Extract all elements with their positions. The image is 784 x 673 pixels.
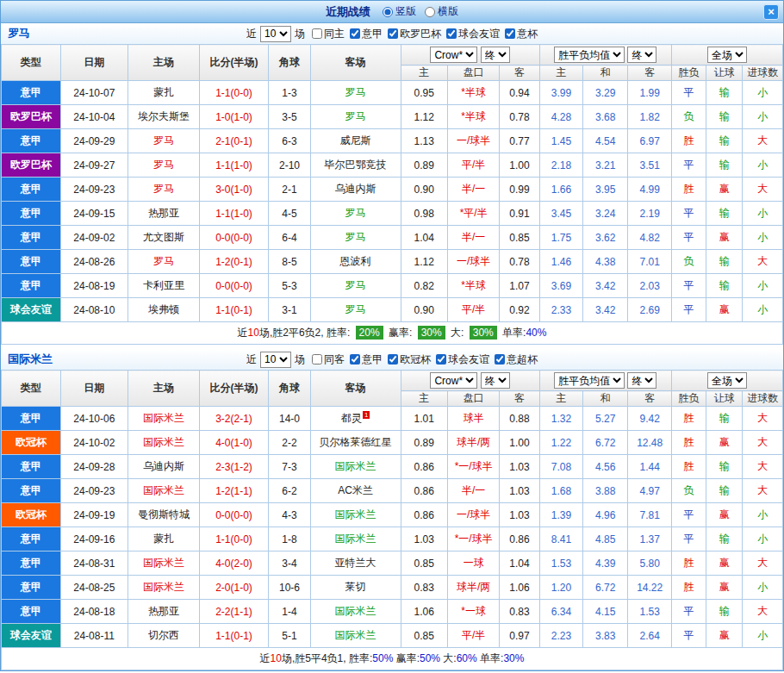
filter-option[interactable]: 意甲 <box>350 352 383 367</box>
avg-home-odds: 1.53 <box>539 551 582 576</box>
filter-option[interactable]: 同主 <box>312 27 345 41</box>
filter-checkbox[interactable] <box>350 28 360 39</box>
filter-option-label: 球会友谊 <box>448 352 489 367</box>
home-team: 国际米兰 <box>128 431 200 455</box>
bookmaker-select[interactable]: Crow* <box>430 372 477 389</box>
summary-segment: 10 <box>271 652 282 664</box>
home-team: 罗马 <box>128 129 200 153</box>
match-row: 意甲24-08-26罗马1-2(0-1)8-5恩波利1.12一/球半0.781.… <box>2 250 783 274</box>
final-toggle-select[interactable]: 终 <box>627 372 656 389</box>
filter-checkbox[interactable] <box>388 28 398 39</box>
filter-checkbox[interactable] <box>446 28 457 39</box>
avg-away-odds: 7.81 <box>628 503 671 527</box>
result: 胜 <box>671 576 706 600</box>
home-team: 罗马 <box>128 153 200 178</box>
filter-option[interactable]: 同客 <box>312 352 345 367</box>
handicap: 一/球半 <box>447 503 499 527</box>
avg-odds-select[interactable]: 胜平负均值 <box>554 47 625 63</box>
filter-checkbox[interactable] <box>436 354 446 365</box>
scope-select[interactable]: 全场 <box>707 47 747 63</box>
match-count-select[interactable]: 10 <box>260 26 291 42</box>
sub-header-home-odds: 主 <box>401 391 447 407</box>
match-date: 24-10-02 <box>60 431 128 455</box>
filter-option[interactable]: 欧冠杯 <box>388 352 431 367</box>
match-count-select[interactable]: 10 <box>260 352 291 368</box>
competition-badge: 欧罗巴杯 <box>2 153 61 178</box>
final-toggle-select[interactable]: 终 <box>481 47 510 63</box>
sub-header-goals: 进球数 <box>743 65 783 81</box>
avg-draw-odds: 4.39 <box>583 551 628 576</box>
away-team: AC米兰 <box>310 479 401 503</box>
layout-radio-horizontal[interactable] <box>425 7 435 17</box>
layout-radio-vertical[interactable] <box>383 7 393 17</box>
sub-header-handicap: 盘口 <box>447 65 499 81</box>
avg-draw-odds: 4.15 <box>583 600 628 624</box>
filter-options: 同主意甲欧罗巴杯球会友谊意杯 <box>312 27 538 41</box>
filter-option[interactable]: 意杯 <box>505 27 538 41</box>
avg-odds-group-header: 胜平负均值 终 <box>539 371 671 391</box>
filter-option-label: 意甲 <box>362 352 383 367</box>
match-date: 24-08-11 <box>60 624 128 648</box>
filter-checkbox[interactable] <box>388 354 398 365</box>
corners: 4-3 <box>269 503 310 527</box>
filter-checkbox[interactable] <box>312 28 322 39</box>
away-team: 亚特兰大 <box>310 551 401 576</box>
away-team: 国际米兰 <box>310 624 401 648</box>
window-title: 近期战绩 <box>326 4 370 20</box>
close-button[interactable]: × <box>763 4 779 20</box>
handicap-result: 输 <box>706 202 743 226</box>
away-team: 都灵1 <box>310 407 401 431</box>
home-team: 蒙扎 <box>128 527 200 551</box>
handicap-result: 输 <box>706 600 743 624</box>
match-row: 欧冠杯24-10-02国际米兰4-0(1-0)2-2贝尔格莱德红星0.89球半/… <box>2 431 783 455</box>
summary-segment: 场,胜2平6负2, 胜率: <box>259 327 353 339</box>
home-odds: 1.12 <box>401 105 447 129</box>
filter-option[interactable]: 意甲 <box>350 27 383 41</box>
avg-home-odds: 4.28 <box>539 105 582 129</box>
layout-option-horizontal[interactable]: 横版 <box>425 4 458 19</box>
filter-option[interactable]: 球会友谊 <box>446 27 500 41</box>
home-odds: 0.89 <box>401 431 447 455</box>
filter-checkbox[interactable] <box>312 354 322 365</box>
results-table: 类型 日期 主场 比分(半场) 角球 客场 Crow* 终 胜平负均值 终 <box>1 370 783 670</box>
avg-odds-select[interactable]: 胜平负均值 <box>554 372 625 389</box>
handicap-result: 输 <box>706 81 743 105</box>
avg-odds-group-header: 胜平负均值 终 <box>539 45 671 65</box>
filter-option-label: 球会友谊 <box>458 27 500 41</box>
final-toggle-select[interactable]: 终 <box>627 47 656 63</box>
filter-option[interactable]: 球会友谊 <box>436 352 489 367</box>
filter-option[interactable]: 欧罗巴杯 <box>388 27 441 41</box>
handicap: 半/一 <box>447 178 499 202</box>
match-date: 24-08-26 <box>60 250 128 274</box>
handicap: *平/半 <box>447 202 499 226</box>
corners: 4-5 <box>269 202 310 226</box>
score: 1-0(1-0) <box>199 105 269 129</box>
away-odds: 0.99 <box>500 178 539 202</box>
final-toggle-select[interactable]: 终 <box>481 372 510 389</box>
team-name: 国际米兰 <box>8 352 53 367</box>
col-header-type: 类型 <box>2 45 61 81</box>
score: 1-1(0-0) <box>199 81 269 105</box>
filter-option[interactable]: 意超杯 <box>495 352 538 367</box>
scope-select[interactable]: 全场 <box>707 372 747 389</box>
over-under: 小 <box>743 226 783 250</box>
match-row: 欧罗巴杯24-09-27罗马1-1(1-0)2-10毕尔巴鄂竞技0.89平/半1… <box>2 153 783 178</box>
bookmaker-select[interactable]: Crow* <box>430 47 477 63</box>
filter-option-label: 意甲 <box>362 27 383 41</box>
handicap-group-header: Crow* 终 <box>401 371 539 391</box>
filter-near-label: 近 <box>246 352 257 367</box>
away-odds: 0.78 <box>500 105 539 129</box>
handicap-result: 赢 <box>706 298 743 322</box>
layout-option-vertical[interactable]: 竖版 <box>383 4 416 19</box>
avg-away-odds: 4.97 <box>628 479 671 503</box>
competition-badge: 意甲 <box>2 274 61 298</box>
filter-checkbox[interactable] <box>495 354 505 365</box>
filter-checkbox[interactable] <box>350 354 360 365</box>
handicap: 球半/两 <box>447 576 499 600</box>
filter-checkbox[interactable] <box>505 28 515 39</box>
handicap-result: 输 <box>706 407 743 431</box>
result: 平 <box>671 226 706 250</box>
away-team: 罗马 <box>310 105 401 129</box>
handicap: 半/一 <box>447 479 499 503</box>
filter-unit-label: 场 <box>295 352 305 367</box>
